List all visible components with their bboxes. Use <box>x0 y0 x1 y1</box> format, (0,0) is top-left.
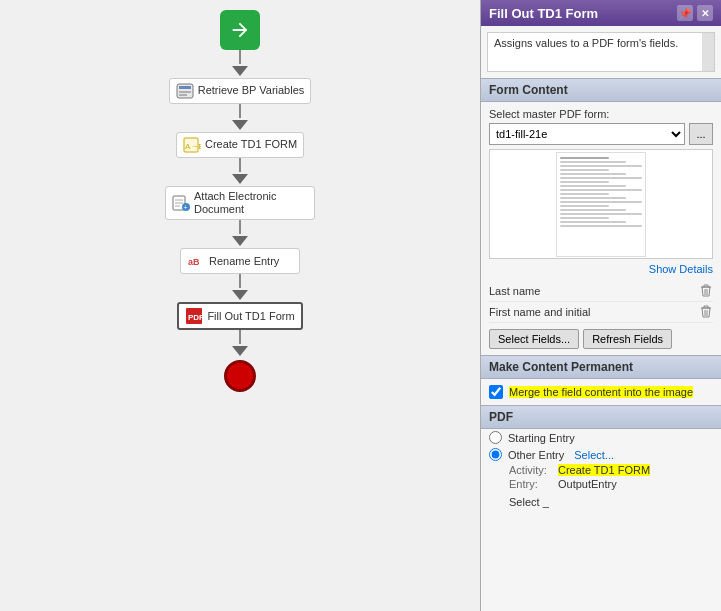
svg-text:A→B: A→B <box>185 142 201 151</box>
pdf-line-16 <box>560 217 609 219</box>
refresh-fields-button[interactable]: Refresh Fields <box>583 329 672 349</box>
arrow-2 <box>232 120 248 130</box>
step-fill-out-td1-label: Fill Out TD1 Form <box>207 310 294 323</box>
step-attach-doc-label: Attach Electronic Document <box>194 190 308 216</box>
form-content-section: Select master PDF form: td1-fill-21e ... <box>481 102 721 355</box>
pin-icon[interactable]: 📌 <box>677 5 693 21</box>
entry-label: Entry: <box>509 478 554 490</box>
step-attach-doc[interactable]: + Attach Electronic Document <box>165 186 315 220</box>
entry-row: Entry: OutputEntry <box>481 477 721 491</box>
starting-entry-label[interactable]: Starting Entry <box>508 432 575 444</box>
pdf-line-7 <box>560 181 609 183</box>
master-pdf-select[interactable]: td1-fill-21e <box>489 123 685 145</box>
svg-text:+: + <box>184 204 188 211</box>
connector-2 <box>239 104 241 118</box>
workflow-panel: Retrieve BP Variables A→B Create TD1 FOR… <box>0 0 480 611</box>
entry-value: OutputEntry <box>558 478 617 490</box>
description-text: Assigns values to a PDF form's fields. <box>494 37 678 49</box>
field-first-name-label: First name and initial <box>489 306 591 318</box>
pdf-section-header: PDF <box>481 405 721 429</box>
arrow-5 <box>232 290 248 300</box>
master-pdf-select-row: td1-fill-21e ... <box>489 123 713 145</box>
pdf-preview <box>489 149 713 259</box>
fields-buttons-row: Select Fields... Refresh Fields <box>489 329 713 349</box>
other-entry-radio[interactable] <box>489 448 502 461</box>
merge-checkbox[interactable] <box>489 385 503 399</box>
start-node[interactable] <box>220 10 260 50</box>
merge-checkbox-label[interactable]: Merge the field content into the image <box>509 386 693 398</box>
pdf-line-12 <box>560 201 642 203</box>
pdf-preview-inner <box>556 152 646 257</box>
master-pdf-label: Select master PDF form: <box>489 108 713 120</box>
pdf-line-13 <box>560 205 609 207</box>
connector-1 <box>239 50 241 64</box>
merge-checkbox-row: Merge the field content into the image <box>481 379 721 405</box>
pdf-section-content: Starting Entry Other Entry Select... Act… <box>481 429 721 517</box>
select-fields-button[interactable]: Select Fields... <box>489 329 579 349</box>
svg-rect-1 <box>179 86 191 89</box>
pdf-line-14 <box>560 209 626 211</box>
pdf-line-4 <box>560 169 609 171</box>
pdf-line-1 <box>560 157 609 159</box>
pdf-line-10 <box>560 193 609 195</box>
arrow-3 <box>232 174 248 184</box>
connector-5 <box>239 274 241 288</box>
make-content-permanent-label: Make Content Permanent <box>489 360 633 374</box>
pdf-line-5 <box>560 173 626 175</box>
activity-value: Create TD1 FORM <box>558 464 650 476</box>
form-content-section-label: Form Content <box>489 83 568 97</box>
pdf-line-15 <box>560 213 642 215</box>
select-underscore-text: Select _ <box>509 496 549 508</box>
pdf-line-9 <box>560 189 642 191</box>
pdf-line-17 <box>560 221 626 223</box>
browse-button[interactable]: ... <box>689 123 713 145</box>
description-box: Assigns values to a PDF form's fields. <box>487 32 715 72</box>
panel-title: Fill Out TD1 Form <box>489 6 598 21</box>
step-fill-out-td1[interactable]: PDF Fill Out TD1 Form <box>177 302 302 330</box>
form-content-section-header: Form Content <box>481 78 721 102</box>
panel-header: Fill Out TD1 Form 📌 ✕ <box>481 0 721 26</box>
delete-first-name-icon[interactable] <box>699 305 713 319</box>
select-link[interactable]: Select... <box>574 449 614 461</box>
connector-6 <box>239 330 241 344</box>
close-icon[interactable]: ✕ <box>697 5 713 21</box>
pdf-section-label: PDF <box>489 410 513 424</box>
pdf-lines <box>557 153 645 233</box>
field-row-last-name: Last name <box>489 281 713 302</box>
pdf-line-18 <box>560 225 642 227</box>
description-scrollbar[interactable] <box>702 33 714 71</box>
connector-4 <box>239 220 241 234</box>
step-create-td1-label: Create TD1 FORM <box>205 138 297 151</box>
other-entry-label[interactable]: Other Entry <box>508 449 564 461</box>
show-details-link[interactable]: Show Details <box>489 263 713 275</box>
arrow-1 <box>232 66 248 76</box>
step-rename-entry-label: Rename Entry <box>209 255 279 268</box>
step-create-td1[interactable]: A→B Create TD1 FORM <box>176 132 304 158</box>
select-underscore-row: Select _ <box>481 491 721 517</box>
pdf-line-2 <box>560 161 626 163</box>
activity-row: Activity: Create TD1 FORM <box>481 463 721 477</box>
activity-label: Activity: <box>509 464 554 476</box>
svg-text:aB: aB <box>188 257 200 267</box>
right-panel: Fill Out TD1 Form 📌 ✕ Assigns values to … <box>480 0 721 611</box>
connector-3 <box>239 158 241 172</box>
arrow-6 <box>232 346 248 356</box>
delete-last-name-icon[interactable] <box>699 284 713 298</box>
pdf-line-8 <box>560 185 626 187</box>
panel-header-icons: 📌 ✕ <box>677 5 713 21</box>
svg-text:PDF: PDF <box>188 313 203 322</box>
starting-entry-radio[interactable] <box>489 431 502 444</box>
field-row-first-name: First name and initial <box>489 302 713 323</box>
starting-entry-row: Starting Entry <box>481 429 721 446</box>
other-entry-row: Other Entry Select... <box>481 446 721 463</box>
master-pdf-label-text: Select master PDF form: <box>489 108 609 120</box>
pdf-line-6 <box>560 177 642 179</box>
workflow-container: Retrieve BP Variables A→B Create TD1 FOR… <box>0 0 480 392</box>
make-content-permanent-header: Make Content Permanent <box>481 355 721 379</box>
pdf-line-11 <box>560 197 626 199</box>
field-last-name-label: Last name <box>489 285 540 297</box>
arrow-4 <box>232 236 248 246</box>
end-node[interactable] <box>224 360 256 392</box>
step-retrieve-bp[interactable]: Retrieve BP Variables <box>169 78 312 104</box>
step-rename-entry[interactable]: aB Rename Entry <box>180 248 300 274</box>
